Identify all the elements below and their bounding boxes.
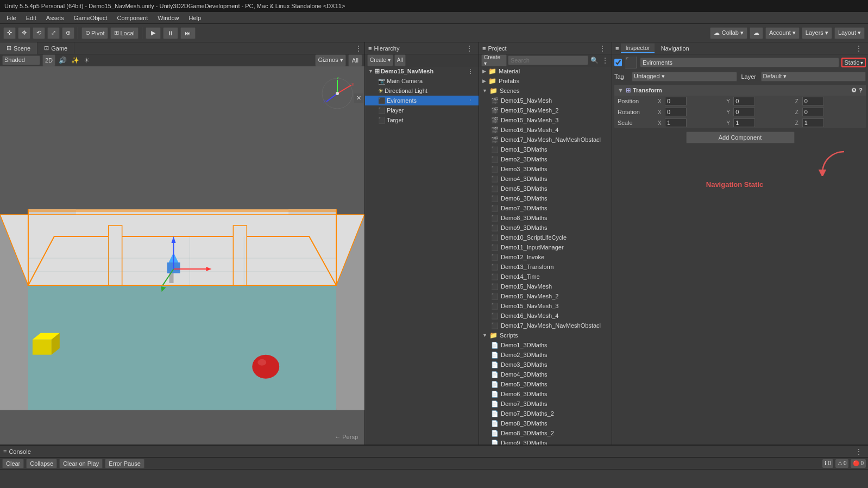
eviro-menu[interactable]: ⋮ <box>466 98 475 104</box>
scene-item-0[interactable]: 🎬 Demo15_NavMesh <box>479 96 612 105</box>
tab-game[interactable]: ⊡ Game <box>37 42 74 54</box>
local-btn[interactable]: ⊞ Local <box>110 27 138 39</box>
folder-scripts[interactable]: ▼ 📁 Scripts <box>479 330 612 340</box>
script-9[interactable]: 📄Demo8_3DMaths_2 <box>479 428 612 438</box>
2d-btn[interactable]: 2D <box>42 54 55 66</box>
tab-navigation[interactable]: Navigation <box>657 44 694 53</box>
hierarchy-item-eviroments[interactable]: ⬛ Eviroments ⋮ <box>365 96 479 105</box>
script-8[interactable]: 📄Demo8_3DMaths <box>479 418 612 428</box>
tool-scale[interactable]: ⤢ <box>47 27 60 39</box>
project-create-btn[interactable]: Create ▾ <box>481 54 507 66</box>
asset-10[interactable]: ⬛Demo11_InputManager <box>479 242 612 252</box>
menu-gameobject[interactable]: GameObject <box>70 14 112 22</box>
hierarchy-create-btn[interactable]: Create ▾ <box>367 54 393 66</box>
project-panel-menu[interactable]: ⋮ <box>596 44 608 53</box>
asset-2[interactable]: ⬛Demo3_3DMaths <box>479 164 612 174</box>
asset-18[interactable]: ⬛Demo17_NavMesh_NavMeshObstacl <box>479 321 612 330</box>
gizmos-btn[interactable]: Gizmos ▾ <box>315 54 345 66</box>
rotation-z-input[interactable] <box>802 108 824 116</box>
script-6[interactable]: 📄Demo7_3DMaths <box>479 399 612 409</box>
hierarchy-item-target[interactable]: ⬛ Target <box>365 115 479 125</box>
hierarchy-item-camera[interactable]: 📷 Main Camera <box>365 76 479 86</box>
layout-btn[interactable]: Layout ▾ <box>834 27 865 39</box>
asset-8[interactable]: ⬛Demo9_3DMaths <box>479 223 612 233</box>
console-panel-close[interactable]: ⋮ <box>853 447 865 456</box>
console-clear-on-play-btn[interactable]: Clear on Play <box>59 459 103 468</box>
static-dropdown-arrow[interactable]: ▾ <box>860 60 863 66</box>
project-search-input[interactable] <box>508 55 588 65</box>
object-active-checkbox[interactable] <box>614 59 622 66</box>
fx-btn[interactable]: ✨ <box>70 57 80 64</box>
asset-11[interactable]: ⬛Demo12_Invoke <box>479 252 612 262</box>
asset-3[interactable]: ⬛Demo4_3DMaths <box>479 174 612 184</box>
rotation-x-input[interactable] <box>665 108 687 116</box>
tag-dropdown[interactable]: Untagged ▾ <box>632 72 737 82</box>
hierarchy-item-player[interactable]: ⬛ Player <box>365 105 479 115</box>
folder-material[interactable]: ▶ 📁 Material <box>479 66 612 76</box>
menu-window[interactable]: Window <box>153 14 183 22</box>
asset-14[interactable]: ⬛Demo15_NavMesh <box>479 281 612 291</box>
position-x-input[interactable] <box>665 97 687 105</box>
scene-panel-close[interactable]: ⋮ <box>353 44 364 53</box>
layer-dropdown[interactable]: Default ▾ <box>761 72 866 82</box>
script-1[interactable]: 📄Demo2_3DMaths <box>479 350 612 360</box>
asset-5[interactable]: ⬛Demo6_3DMaths <box>479 193 612 203</box>
scene-item-3[interactable]: 🎬 Demo16_NavMesh_4 <box>479 125 612 135</box>
hierarchy-panel-menu[interactable]: ⋮ <box>463 44 475 53</box>
hierarchy-all-btn[interactable]: All <box>394 54 406 66</box>
asset-15[interactable]: ⬛Demo15_NavMesh_2 <box>479 291 612 301</box>
scale-z-input[interactable] <box>802 118 824 127</box>
asset-12[interactable]: ⬛Demo13_Transform <box>479 262 612 272</box>
console-error-pause-btn[interactable]: Error Pause <box>105 459 144 468</box>
inspector-panel-close[interactable]: ⋮ <box>853 44 865 53</box>
pivot-btn[interactable]: ⊙ Pivot <box>81 27 108 39</box>
folder-prefabs[interactable]: ▶ 📁 Prefabs <box>479 76 612 86</box>
asset-4[interactable]: ⬛Demo5_3DMaths <box>479 184 612 193</box>
scene-item-2[interactable]: 🎬 Demo15_NavMesh_3 <box>479 115 612 125</box>
transform-settings-icon[interactable]: ⚙ <box>851 87 857 94</box>
play-btn[interactable]: ▶ <box>146 27 161 39</box>
menu-component[interactable]: Component <box>112 14 152 22</box>
rotation-y-input[interactable] <box>733 108 755 116</box>
position-z-input[interactable] <box>802 97 824 105</box>
pause-btn[interactable]: ⏸ <box>163 27 178 39</box>
shading-dropdown[interactable]: Shaded <box>2 55 40 65</box>
audio-btn[interactable]: 🔊 <box>58 57 68 64</box>
script-7[interactable]: 📄Demo7_3DMaths_2 <box>479 409 612 418</box>
scene-viewport[interactable]: X Y Z ✕ ← Persp <box>0 66 364 445</box>
tab-scene[interactable]: ⊞ Scene <box>0 42 37 54</box>
script-2[interactable]: 📄Demo3_3DMaths <box>479 360 612 370</box>
project-menu-btn[interactable]: ⋮ <box>601 57 609 64</box>
asset-17[interactable]: ⬛Demo16_NavMesh_4 <box>479 311 612 321</box>
hierarchy-root[interactable]: ▼ ⊞ Demo15_NavMesh ⋮ <box>365 66 479 76</box>
scene-lighting-btn[interactable]: ☀ <box>83 57 91 64</box>
asset-6[interactable]: ⬛Demo7_3DMaths <box>479 203 612 213</box>
script-0[interactable]: 📄Demo1_3DMaths <box>479 340 612 350</box>
menu-edit[interactable]: Edit <box>22 14 41 22</box>
tool-hand[interactable]: ✜ <box>3 27 16 39</box>
cloud-btn[interactable]: ☁ <box>750 27 763 39</box>
script-5[interactable]: 📄Demo6_3DMaths <box>479 389 612 399</box>
project-search-icon[interactable]: 🔍 <box>589 57 600 64</box>
tab-inspector[interactable]: Inspector <box>621 43 654 53</box>
scene-item-1[interactable]: 🎬 Demo15_NavMesh_2 <box>479 105 612 115</box>
account-btn[interactable]: Account ▾ <box>765 27 800 39</box>
menu-assets[interactable]: Assets <box>42 14 68 22</box>
asset-7[interactable]: ⬛Demo8_3DMaths <box>479 213 612 223</box>
object-name-input[interactable] <box>640 58 839 67</box>
hierarchy-root-menu[interactable]: ⋮ <box>466 68 475 74</box>
console-clear-btn[interactable]: Clear <box>2 459 24 468</box>
transform-section-header[interactable]: ▼ ⊞ Transform ⚙ ? <box>614 85 866 96</box>
position-y-input[interactable] <box>733 97 755 105</box>
layers-btn[interactable]: Layers ▾ <box>802 27 832 39</box>
scene-x-btn[interactable]: ✕ <box>354 93 363 103</box>
asset-9[interactable]: ⬛Demo10_ScriptLifeCycle <box>479 233 612 242</box>
tool-rect[interactable]: ⊕ <box>62 27 74 39</box>
step-btn[interactable]: ⏭ <box>180 27 196 39</box>
tool-rotate[interactable]: ⟲ <box>33 27 45 39</box>
script-10[interactable]: 📄Demo9_3DMaths <box>479 438 612 445</box>
menu-help[interactable]: Help <box>184 14 205 22</box>
folder-scenes[interactable]: ▼ 📁 Scenes <box>479 86 612 96</box>
script-4[interactable]: 📄Demo5_3DMaths <box>479 379 612 389</box>
console-collapse-btn[interactable]: Collapse <box>26 459 57 468</box>
